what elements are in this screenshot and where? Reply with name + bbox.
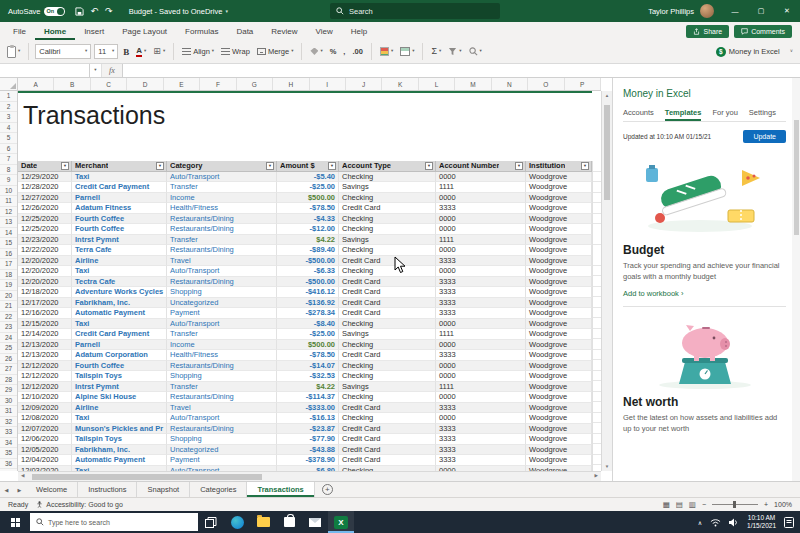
table-row[interactable]: 12/13/2020 Parnell Income $500.00 Checki… [18, 340, 592, 351]
cell-category[interactable]: Auto/Transport [167, 172, 277, 183]
cell-account-number[interactable]: 0000 [436, 371, 526, 382]
row-header[interactable]: 25 [0, 343, 17, 354]
table-header-cell[interactable]: Institution ▼ [526, 161, 592, 172]
row-header[interactable]: 11 [0, 196, 17, 207]
ribbon-tab[interactable]: Data [227, 22, 262, 40]
cell-category[interactable]: Transfer [167, 235, 277, 246]
cell-account-number[interactable]: 0000 [436, 214, 526, 225]
row-header[interactable]: 1 [0, 91, 17, 102]
table-header-cell[interactable]: Date ▼ [18, 161, 72, 172]
column-header[interactable]: C [91, 78, 127, 90]
cell-institution[interactable]: Woodgrove [526, 224, 592, 235]
cell-date[interactable]: 12/15/2020 [18, 319, 72, 330]
horizontal-scroll-thumb[interactable] [32, 474, 262, 480]
cell-account-number[interactable]: 3333 [436, 308, 526, 319]
cell-category[interactable]: Health/Fitness [167, 203, 277, 214]
cell-merchant[interactable]: Taxi [72, 413, 167, 424]
cell-institution[interactable]: Woodgrove [526, 371, 592, 382]
filter-button[interactable]: ▼ [266, 162, 274, 170]
font-name-select[interactable]: Calibri ▾ [35, 44, 91, 59]
cell-institution[interactable]: Woodgrove [526, 182, 592, 193]
cell-date[interactable]: 12/20/2020 [18, 256, 72, 267]
cell-account-number[interactable]: 0000 [436, 266, 526, 277]
row-header[interactable]: 30 [0, 396, 17, 407]
cell-merchant[interactable]: Taxi [72, 319, 167, 330]
cell-amount[interactable]: $500.00 [277, 193, 339, 204]
cell-merchant[interactable]: Fabrikham, Inc. [72, 298, 167, 309]
cell-amount[interactable]: -$416.12 [277, 287, 339, 298]
cell-category[interactable]: Shopping [167, 434, 277, 445]
cell-account-type[interactable]: Checking [339, 224, 436, 235]
new-sheet-button[interactable]: + [322, 484, 333, 495]
page-layout-view-button[interactable]: ▤ [676, 500, 683, 509]
cell-amount[interactable]: -$23.87 [277, 424, 339, 435]
cell-account-number[interactable]: 3333 [436, 256, 526, 267]
zoom-slider[interactable] [712, 504, 758, 505]
row-header[interactable]: 7 [0, 154, 17, 165]
cell-account-type[interactable]: Savings [339, 182, 436, 193]
cell-date[interactable]: 12/12/2020 [18, 382, 72, 393]
cell-date[interactable]: 12/26/2020 [18, 203, 72, 214]
cell-account-number[interactable]: 0000 [436, 245, 526, 256]
cell-amount[interactable]: -$14.07 [277, 361, 339, 372]
cell-account-type[interactable]: Checking [339, 371, 436, 382]
fill-color-button[interactable]: ▾ [308, 46, 324, 58]
table-row[interactable]: 12/20/2020 Airline Travel -$500.00 Credi… [18, 256, 592, 267]
cell-date[interactable]: 12/18/2020 [18, 287, 72, 298]
cell-amount[interactable]: $4.22 [277, 235, 339, 246]
column-header[interactable]: F [200, 78, 236, 90]
column-header[interactable]: O [528, 78, 564, 90]
cell-amount[interactable]: -$5.40 [277, 172, 339, 183]
undo-button[interactable]: ↶ [91, 7, 99, 16]
cell-account-type[interactable]: Checking [339, 413, 436, 424]
filter-button[interactable]: ▼ [515, 162, 523, 170]
volume-icon[interactable] [729, 518, 739, 527]
cell-merchant[interactable]: Parnell [72, 340, 167, 351]
cell-account-type[interactable]: Credit Card [339, 434, 436, 445]
table-row[interactable]: 12/20/2020 Taxi Auto/Transport -$6.33 Ch… [18, 266, 592, 277]
scroll-up-icon[interactable]: ▲ [602, 93, 612, 98]
column-header[interactable]: A [18, 78, 54, 90]
cell-amount[interactable]: -$278.34 [277, 308, 339, 319]
row-header[interactable]: 22 [0, 312, 17, 323]
row-header[interactable]: 37 [0, 469, 17, 471]
cell-account-type[interactable]: Credit Card [339, 403, 436, 414]
cell-date[interactable]: 12/09/2020 [18, 403, 72, 414]
cell-merchant[interactable]: Adatum Fitness [72, 203, 167, 214]
cell-category[interactable]: Auto/Transport [167, 413, 277, 424]
row-header[interactable]: 21 [0, 301, 17, 312]
row-header[interactable]: 32 [0, 417, 17, 428]
paste-button[interactable]: ▾ [5, 44, 22, 60]
sheet-tab[interactable]: Snapshot [137, 482, 190, 497]
cell-institution[interactable]: Woodgrove [526, 329, 592, 340]
row-header[interactable]: 2 [0, 102, 17, 113]
row-header[interactable]: 20 [0, 291, 17, 302]
table-row[interactable]: 12/26/2020 Adatum Fitness Health/Fitness… [18, 203, 592, 214]
avatar[interactable] [700, 4, 714, 18]
cell-date[interactable]: 12/05/2020 [18, 445, 72, 456]
column-header[interactable]: P [565, 78, 601, 90]
cell-account-number[interactable]: 0000 [436, 413, 526, 424]
sheet-grid[interactable]: Transactions Date ▼ Merchant ▼ [18, 91, 601, 471]
cell-account-number[interactable]: 0000 [436, 340, 526, 351]
cell-account-type[interactable]: Checking [339, 172, 436, 183]
cell-amount[interactable]: $4.22 [277, 382, 339, 393]
pane-tab[interactable]: Accounts [623, 108, 654, 121]
table-row[interactable]: 12/07/2020 Munson's Pickles and Pr Resta… [18, 424, 592, 435]
cell-institution[interactable]: Woodgrove [526, 214, 592, 225]
row-header[interactable]: 12 [0, 207, 17, 218]
row-header[interactable]: 14 [0, 228, 17, 239]
column-header[interactable]: H [273, 78, 309, 90]
scroll-right-icon[interactable]: ▶ [595, 473, 598, 478]
row-header[interactable]: 31 [0, 406, 17, 417]
cell-amount[interactable]: -$12.00 [277, 224, 339, 235]
cell-institution[interactable]: Woodgrove [526, 172, 592, 183]
cell-date[interactable]: 12/12/2020 [18, 361, 72, 372]
cell-account-number[interactable]: 3333 [436, 434, 526, 445]
autosave-switch[interactable]: On [44, 7, 65, 16]
borders-button[interactable]: ⊞ ▾ [151, 45, 167, 58]
money-in-excel-button[interactable]: $ Money in Excel [711, 45, 785, 59]
cell-date[interactable]: 12/17/2020 [18, 298, 72, 309]
font-color-button[interactable]: A ▾ [134, 45, 148, 59]
close-button[interactable]: ✕ [774, 0, 800, 22]
